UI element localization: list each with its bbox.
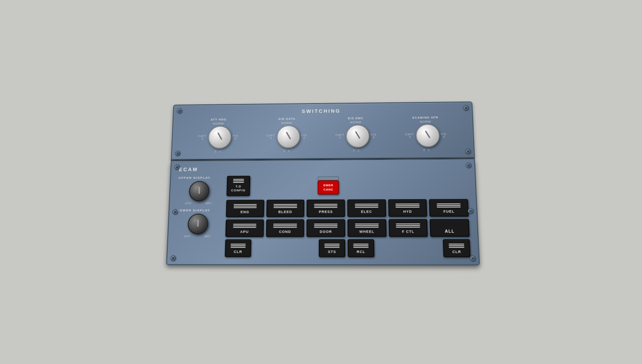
air-data-norm: NORM [281,121,292,125]
att-hdg-pos-row: CAPT 3 F/O 3 [198,126,238,148]
fctl-lines [396,223,420,227]
fctl-button[interactable]: F CTL [388,219,428,237]
wheel-button[interactable]: WHEEL [347,219,386,237]
ecam-left-controls: UPPER DISPLAY OFF BRT LOWER DISPLAY [176,176,221,238]
eng-button[interactable]: ENG [226,200,264,217]
upper-display-knob-group: OFF BRT [177,181,220,205]
lower-display-label: LOWER DISPLAY [177,208,219,212]
hyd-label: HYD [403,209,412,213]
upper-off-label: OFF [185,202,192,205]
press-button[interactable]: PRESS [307,199,345,217]
knob-group-eis-dmc: EIS DMC NORM CAPT 3 F/O 3 [335,116,377,152]
td-config-line3 [233,182,244,183]
emer-cancel-label: EMERCANC [323,183,333,191]
td-config-line1 [233,179,244,180]
cond-label: COND [279,229,291,233]
all-label: ALL [444,228,455,233]
att-hdg-fo-label: F/O [232,134,238,137]
ecam-content: UPPER DISPLAY OFF BRT LOWER DISPLAY [175,175,470,257]
bleed-button[interactable]: BLEED [266,199,304,217]
wheel-lines [355,223,379,227]
screw-bottom-left [175,151,180,156]
apu-button[interactable]: APU [225,219,263,237]
switching-knobs-row: ATT HDG NORM CAPT 3 F/O 3 [179,115,466,153]
att-hdg-knob[interactable] [208,126,231,149]
upper-display-label: UPPER DISPLAY [178,176,221,179]
td-config-lines [233,179,244,183]
wheel-label: WHEEL [359,229,374,233]
screw-top-left [177,108,182,113]
all-button[interactable]: ALL [430,219,469,237]
top-row-spacer [253,186,315,186]
upper-display-knob[interactable] [188,181,209,201]
att-hdg-fo-num: 3 [234,137,236,140]
ecam-screw-ml [172,209,177,215]
ecam-screw-tl [174,164,179,170]
knob-group-att-hdg: ATT HDG NORM CAPT 3 F/O 3 [197,118,238,153]
fuel-lines [437,203,461,207]
emer-guard [318,176,339,180]
air-data-pos-row: CAPT 3 F/O 3 [266,125,307,148]
ecam-nd-knob[interactable] [415,124,439,147]
panel-3d-wrapper: SWITCHING ATT HDG NORM CAPT 3 F/O [166,101,480,265]
cond-lines [273,224,297,228]
rcl-label: RCL [357,249,365,253]
fuel-button[interactable]: FUEL [429,199,468,217]
lower-brt-label: BRT [204,235,211,238]
lower-display-knob[interactable] [187,213,209,234]
sts-lines [324,244,340,248]
lower-knob-labels: OFF BRT [184,235,211,238]
ecam-right-controls: T.DCONFIG EMERCANC [225,175,470,257]
sts-button[interactable]: STS [318,239,345,257]
emer-cancel-button[interactable]: EMERCANC [318,180,339,194]
att-hdg-capt-label: CAPT [198,135,207,137]
eng-lines [233,204,256,208]
ecam-nd-label: ECAM/ND XFR [412,116,439,119]
clr-right-label: CLR [452,249,461,253]
ecam-top-row: T.DCONFIG EMERCANC [226,175,467,196]
fuel-label: FUEL [443,209,454,213]
fctl-label: F CTL [402,229,414,233]
door-label: DOOR [320,229,332,233]
air-data-fo-label: F/O [301,134,307,136]
elec-button[interactable]: ELEC [347,199,386,217]
door-lines [314,224,337,228]
clr-right-button[interactable]: CLR [443,239,470,257]
upper-brt-label: BRT [205,202,212,204]
elec-label: ELEC [361,209,372,213]
att-hdg-norm: NORM [213,122,224,125]
eis-dmc-fo-label: F/O [371,133,377,136]
rcl-button[interactable]: RCL [348,239,374,257]
air-data-knob[interactable] [276,125,300,148]
ecam-nd-fo-label: F/O [441,133,446,135]
press-lines [314,204,337,207]
ecam-nd-pos-row: CAPT 3 F/O 3 [405,124,447,147]
apu-lines [233,224,256,228]
bleed-lines [273,204,296,207]
clr-left-button[interactable]: CLR [225,239,251,257]
lower-display-knob-group: OFF BRT [176,213,220,238]
buttons-row3: CLR STS [225,239,470,257]
ecam-nd-capt-label: CAPT [405,133,414,136]
hyd-button[interactable]: HYD [388,199,427,217]
door-button[interactable]: DOOR [306,219,345,237]
td-config-button[interactable]: T.DCONFIG [226,176,250,196]
eis-dmc-norm: NORM [350,120,361,124]
buttons-row2: APU COND [225,219,469,237]
screw-top-right [463,105,469,111]
hyd-lines [395,203,419,207]
clr-left-label: CLR [234,249,242,253]
eis-dmc-knob[interactable] [346,124,369,147]
knob-group-air-data: AIR DATA NORM CAPT 3 F/O 3 [266,117,307,152]
ecam-title: ECAM [179,165,466,172]
apu-label: APU [240,229,249,233]
td-config-label: T.DCONFIG [231,184,245,193]
lower-off-label: OFF [184,235,190,238]
clr-left-lines [230,244,245,248]
ecam-nd-norm: NORM [420,120,431,123]
buttons-row1: ENG BLEED [226,199,468,217]
knob-group-ecam-nd: ECAM/ND XFR NORM CAPT 3 F/O 3 [404,116,447,151]
switching-title: SWITCHING [181,107,464,115]
cond-button[interactable]: COND [266,219,304,237]
press-label: PRESS [318,209,333,213]
